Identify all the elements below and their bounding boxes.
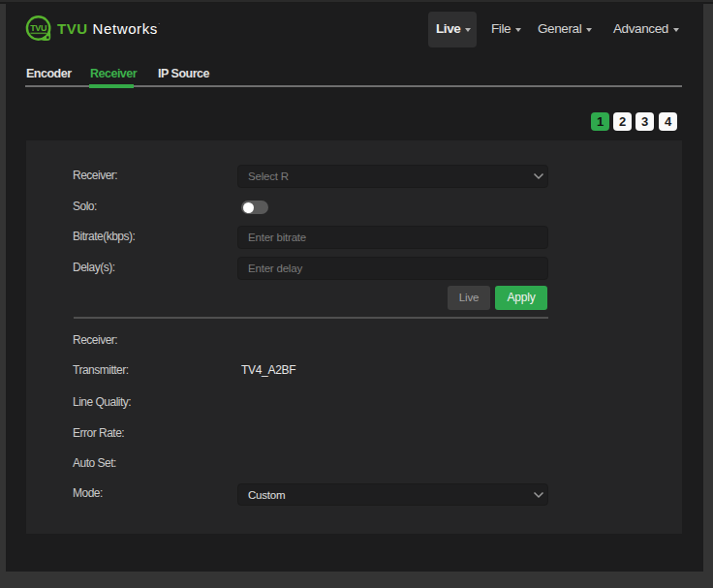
svg-text:TVU: TVU	[30, 23, 46, 33]
